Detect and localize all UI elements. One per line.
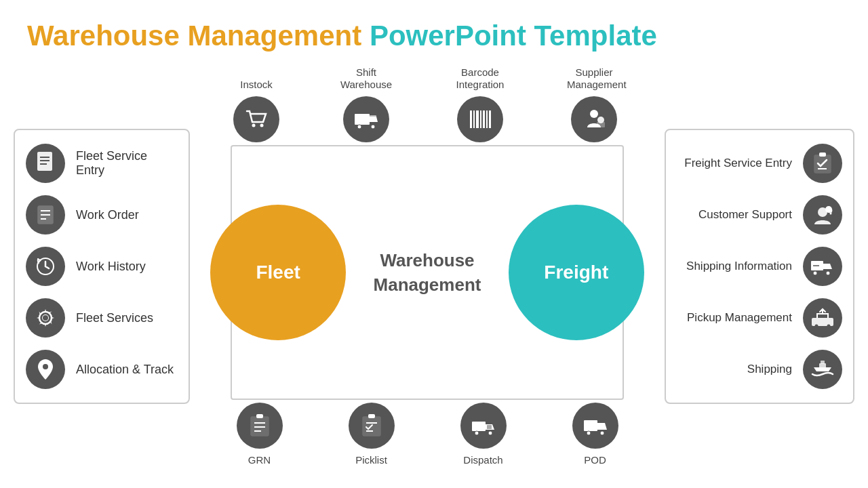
document-icon [26, 144, 65, 183]
truck-icon [343, 96, 389, 142]
svg-point-13 [43, 364, 48, 369]
grn-label: GRN [248, 454, 271, 466]
svg-point-15 [260, 124, 264, 127]
svg-point-29 [597, 117, 604, 123]
pickup-management-label: Pickup Management [687, 311, 792, 325]
barcode-icon [457, 96, 503, 142]
dispatch-label: Dispatch [463, 454, 502, 466]
right-item-freight-service-entry[interactable]: Freight Service Entry [677, 144, 842, 183]
svg-point-53 [813, 271, 817, 275]
top-icons-row: Instock Shift Warehouse [190, 60, 665, 142]
svg-rect-16 [355, 114, 370, 125]
svg-rect-60 [819, 363, 826, 369]
svg-rect-61 [821, 361, 825, 364]
freight-service-entry-label: Freight Service Entry [684, 157, 792, 170]
customer-support-label: Customer Support [698, 208, 792, 222]
instock-item[interactable]: Instock [233, 79, 279, 142]
shipping-information-label: Shipping Information [686, 260, 792, 273]
barcode-integration-label: Barcode Integration [453, 66, 507, 91]
picklist-item[interactable]: Picklist [349, 403, 395, 466]
shipping-label: Shipping [747, 363, 792, 376]
center-area: Instock Shift Warehouse [190, 60, 665, 473]
right-item-customer-support[interactable]: Customer Support [677, 195, 842, 235]
freight-circle[interactable]: Freight [509, 205, 644, 340]
sidebar-item-fleet-service-entry[interactable]: Fleet Service Entry [26, 144, 178, 183]
svg-point-14 [252, 124, 256, 127]
bottom-icons-row: GRN Picklist [190, 403, 665, 473]
svg-rect-17 [370, 115, 376, 122]
svg-rect-25 [486, 110, 488, 128]
gear-icon [26, 298, 65, 338]
ship-icon [803, 350, 842, 389]
svg-rect-21 [473, 110, 475, 128]
svg-rect-26 [489, 110, 491, 128]
fleet-services-label: Fleet Services [76, 311, 153, 326]
cart-icon [233, 96, 279, 142]
shipping-info-icon [803, 247, 842, 286]
right-item-shipping-information[interactable]: Shipping Information [677, 247, 842, 286]
history-icon [26, 247, 65, 286]
clipboard-check-icon [803, 144, 842, 183]
barcode-integration-item[interactable]: Barcode Integration [453, 66, 507, 142]
sidebar-item-work-history[interactable]: Work History [26, 247, 178, 286]
dispatch-icon [460, 403, 507, 449]
supplier-management-label: Supplier Management [567, 66, 621, 91]
instock-label: Instock [240, 79, 273, 91]
svg-rect-23 [480, 110, 481, 128]
sidebar-item-work-order[interactable]: Work Order [26, 195, 178, 235]
svg-point-40 [475, 431, 479, 435]
list-icon [26, 195, 65, 235]
sidebar-item-fleet-services[interactable]: Fleet Services [26, 298, 178, 338]
picklist-icon [349, 403, 395, 449]
work-history-label: Work History [76, 260, 146, 274]
svg-point-44 [587, 431, 591, 435]
svg-point-51 [830, 213, 832, 215]
fleet-service-entry-label: Fleet Service Entry [76, 149, 178, 178]
left-sidebar: Fleet Service Entry Work Order [14, 129, 190, 404]
svg-rect-56 [812, 318, 833, 326]
right-sidebar: Freight Service Entry Customer Support [665, 129, 854, 404]
clipboard-icon [237, 403, 283, 449]
svg-rect-22 [476, 110, 479, 128]
svg-rect-20 [470, 110, 472, 128]
supplier-icon [571, 96, 617, 142]
svg-point-27 [590, 110, 598, 118]
fleet-label: Fleet [256, 262, 300, 283]
svg-point-59 [827, 325, 831, 328]
title-part1: Warehouse Management [27, 20, 361, 52]
dispatch-item[interactable]: Dispatch [460, 403, 507, 466]
svg-point-54 [826, 271, 830, 275]
right-item-pickup-management[interactable]: Pickup Management [677, 298, 842, 338]
title-part2: PowerPoint Template [370, 20, 657, 52]
svg-point-58 [815, 325, 818, 328]
sidebar-item-allocation-track[interactable]: Allocation & Track [26, 350, 178, 389]
picklist-label: Picklist [355, 454, 387, 466]
svg-rect-31 [256, 414, 263, 418]
svg-rect-42 [487, 425, 492, 429]
pickup-icon [803, 298, 842, 338]
freight-label: Freight [544, 262, 608, 283]
supplier-management-item[interactable]: Supplier Management [567, 66, 621, 142]
pod-item[interactable]: POD [572, 403, 618, 466]
shift-warehouse-item[interactable]: Shift Warehouse [339, 66, 393, 142]
svg-rect-36 [368, 414, 375, 418]
svg-point-12 [43, 315, 48, 321]
grn-item[interactable]: GRN [237, 403, 283, 466]
svg-rect-24 [483, 110, 485, 128]
page-title: Warehouse Management PowerPoint Template [0, 0, 868, 60]
shift-warehouse-label: Shift Warehouse [339, 66, 393, 91]
fleet-circle[interactable]: Fleet [210, 205, 346, 340]
svg-rect-43 [584, 420, 597, 431]
pod-label: POD [584, 454, 606, 466]
svg-point-41 [488, 431, 492, 435]
svg-point-18 [357, 125, 361, 129]
location-icon [26, 350, 65, 389]
pod-icon [572, 403, 618, 449]
svg-rect-47 [819, 152, 826, 157]
center-label: WarehouseManagement [374, 250, 481, 295]
right-item-shipping[interactable]: Shipping [677, 350, 842, 389]
allocation-track-label: Allocation & Track [76, 363, 174, 378]
svg-point-45 [600, 431, 604, 435]
svg-rect-39 [472, 422, 486, 431]
work-order-label: Work Order [76, 208, 139, 223]
